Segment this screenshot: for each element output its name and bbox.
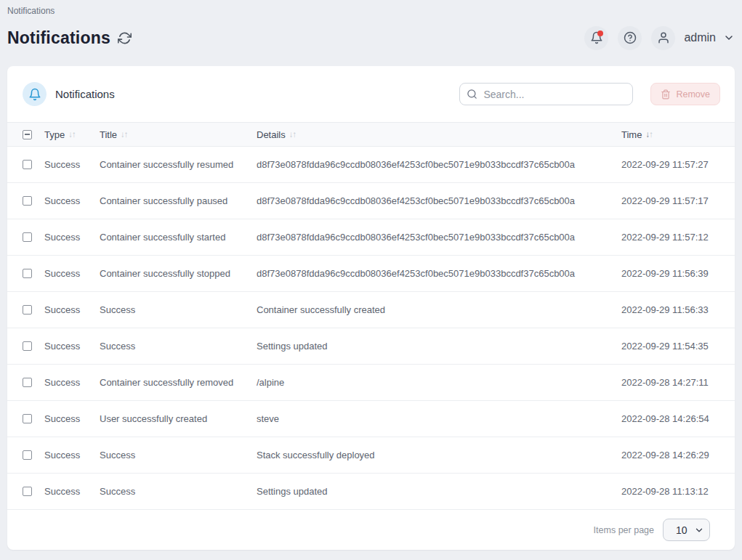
row-checkbox[interactable] [23, 487, 32, 496]
row-title: Success [100, 341, 257, 352]
items-per-page-select[interactable]: 10 [663, 519, 710, 541]
row-time: 2022-09-29 11:57:12 [621, 232, 726, 243]
table-body: Success Container successfully resumed d… [7, 147, 735, 510]
row-checkbox-cell [23, 196, 44, 206]
table-header: Type ↓↑ Title ↓↑ Details ↓↑ Time ↓↑ [7, 122, 735, 147]
widget-title: Notifications [55, 88, 115, 100]
row-details: d8f73e0878fdda96c9ccdb08036ef4253cf0bec5… [257, 232, 621, 243]
column-label-title: Title [100, 129, 117, 140]
column-header-type[interactable]: Type ↓↑ [44, 129, 100, 140]
row-type: Success [44, 304, 100, 315]
row-type: Success [44, 377, 100, 388]
search-input[interactable] [459, 83, 633, 105]
row-time: 2022-09-29 11:56:39 [621, 268, 726, 279]
row-title: Container successfully removed [100, 377, 257, 388]
user-menu[interactable]: admin [651, 26, 735, 50]
row-title: Success [100, 450, 257, 460]
row-checkbox-cell [23, 160, 44, 169]
row-details: d8f73e0878fdda96c9ccdb08036ef4253cf0bec5… [257, 268, 621, 279]
refresh-button[interactable] [118, 31, 132, 45]
search-icon [467, 89, 477, 100]
header-actions: admin [584, 26, 735, 50]
row-type: Success [44, 450, 100, 460]
user-icon [657, 31, 670, 44]
row-title: User successfully created [100, 413, 257, 424]
row-time: 2022-09-29 11:57:27 [621, 159, 726, 170]
row-type: Success [44, 268, 100, 279]
column-label-time: Time [621, 129, 642, 140]
table-row: Success Success Container successfully c… [7, 292, 735, 328]
notifications-widget: Notifications Remove Type ↓↑ Title ↓↑ [7, 66, 735, 550]
chevron-down-icon [723, 32, 735, 44]
notifications-button[interactable] [584, 26, 608, 50]
help-button[interactable] [618, 26, 642, 50]
user-avatar [651, 26, 675, 50]
breadcrumb[interactable]: Notifications [0, 0, 742, 16]
row-checkbox[interactable] [23, 341, 32, 351]
row-checkbox-cell [23, 487, 44, 496]
items-per-page-select-wrap: 10 [663, 519, 710, 541]
row-title: Container successfully paused [100, 195, 257, 206]
table-row: Success Success Settings updated 2022-09… [7, 474, 735, 510]
row-time: 2022-09-28 14:26:29 [621, 450, 726, 460]
row-title: Success [100, 304, 257, 315]
help-icon [624, 31, 637, 44]
column-header-details[interactable]: Details ↓↑ [257, 129, 621, 140]
row-checkbox-cell [23, 378, 44, 387]
row-type: Success [44, 486, 100, 497]
select-all-checkbox[interactable] [23, 130, 32, 139]
row-checkbox-cell [23, 232, 44, 242]
sort-icon: ↓↑ [121, 130, 128, 139]
row-details: d8f73e0878fdda96c9ccdb08036ef4253cf0bec5… [257, 159, 621, 170]
widget-bell-icon [23, 82, 47, 106]
row-checkbox-cell [23, 414, 44, 423]
row-details: Container successfully created [257, 304, 621, 315]
row-time: 2022-09-28 14:27:11 [621, 377, 726, 388]
table-row: Success Container successfully paused d8… [7, 183, 735, 219]
user-name: admin [684, 31, 716, 44]
trash-icon [661, 89, 671, 100]
widget-header: Notifications Remove [7, 66, 735, 122]
select-all-cell [23, 130, 44, 139]
table-row: Success User successfully created steve … [7, 401, 735, 437]
row-details: Stack successfully deployed [257, 450, 621, 460]
sort-icon-active: ↓↑ [645, 130, 653, 139]
row-checkbox[interactable] [23, 378, 32, 387]
column-header-title[interactable]: Title ↓↑ [100, 129, 257, 140]
row-checkbox[interactable] [23, 160, 32, 169]
row-details: Settings updated [257, 341, 621, 352]
row-checkbox[interactable] [23, 269, 32, 278]
column-label-type: Type [44, 129, 65, 140]
table-row: Success Container successfully removed /… [7, 365, 735, 401]
row-details: steve [257, 413, 621, 424]
row-checkbox[interactable] [23, 232, 32, 242]
remove-button[interactable]: Remove [650, 83, 720, 105]
table-row: Success Container successfully stopped d… [7, 256, 735, 292]
row-details: /alpine [257, 377, 621, 388]
row-time: 2022-09-29 11:54:35 [621, 341, 726, 352]
row-type: Success [44, 159, 100, 170]
row-checkbox-cell [23, 305, 44, 315]
remove-button-label: Remove [676, 89, 710, 100]
sort-icon: ↓↑ [68, 130, 76, 139]
widget-footer: Items per page 10 [7, 510, 735, 550]
row-title: Container successfully started [100, 232, 257, 243]
row-details: d8f73e0878fdda96c9ccdb08036ef4253cf0bec5… [257, 195, 621, 206]
row-checkbox[interactable] [23, 414, 32, 423]
table-row: Success Success Stack successfully deplo… [7, 437, 735, 474]
row-checkbox-cell [23, 269, 44, 278]
row-time: 2022-09-28 14:26:54 [621, 413, 726, 424]
row-checkbox[interactable] [23, 450, 32, 460]
row-type: Success [44, 195, 100, 206]
row-title: Container successfully stopped [100, 268, 257, 279]
column-label-details: Details [257, 129, 286, 140]
row-checkbox[interactable] [23, 196, 32, 206]
column-header-time[interactable]: Time ↓↑ [621, 129, 726, 140]
page: Notifications Notifications [0, 0, 742, 560]
table-row: Success Container successfully started d… [7, 219, 735, 256]
row-checkbox[interactable] [23, 305, 32, 315]
row-type: Success [44, 413, 100, 424]
page-title: Notifications [7, 28, 110, 48]
row-time: 2022-09-28 11:13:12 [621, 486, 726, 497]
page-header: Notifications [7, 25, 735, 51]
